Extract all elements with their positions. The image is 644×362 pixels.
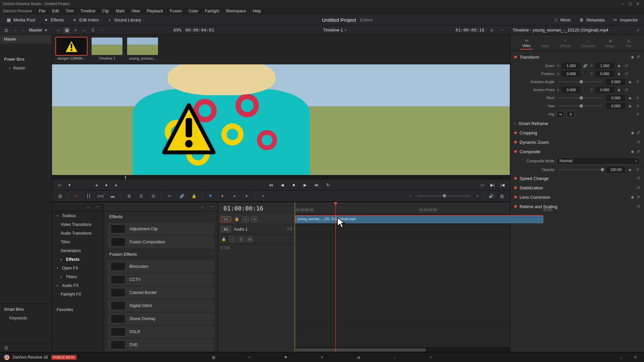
reset-icon[interactable]: ↺: [624, 63, 629, 68]
keyframe-icon[interactable]: ◆: [616, 71, 622, 76]
timeline-view-button[interactable]: ▤: [56, 192, 64, 200]
fxlist-options-button[interactable]: ⋯: [208, 204, 215, 210]
media-pool-toggle[interactable]: ▦Media Pool: [3, 16, 39, 24]
keyframe-icon[interactable]: ◆: [631, 149, 634, 154]
solo-button[interactable]: S: [238, 237, 244, 242]
smart-bin-keywords[interactable]: Keywords: [0, 314, 52, 322]
keyframe-icon[interactable]: ◆: [627, 79, 633, 84]
zoom-slider[interactable]: [417, 195, 471, 196]
keyframe-icon[interactable]: ◆: [627, 103, 633, 109]
keyframe-icon[interactable]: ◆: [631, 55, 634, 59]
pos-x-field[interactable]: [562, 71, 581, 77]
window-minimize-button[interactable]: ─: [619, 1, 627, 7]
inspector-tab-image[interactable]: ▦Image: [604, 36, 617, 49]
menu-workspace[interactable]: Workspace: [223, 9, 250, 13]
opacity-slider[interactable]: [558, 169, 602, 170]
marker-menu[interactable]: ▾: [243, 192, 251, 200]
yaw-slider[interactable]: [558, 106, 602, 106]
viewer-scrub-bar[interactable]: [52, 175, 510, 180]
reset-icon[interactable]: ↺: [635, 95, 640, 101]
trim-tool[interactable]: ⎮⎮: [85, 192, 93, 200]
link-icon[interactable]: 🔗: [583, 63, 588, 68]
menu-help[interactable]: Help: [249, 9, 264, 13]
replace-button[interactable]: ⊟: [149, 192, 157, 200]
clip-thumb[interactable]: danger-129486...: [56, 38, 87, 61]
reset-icon[interactable]: ↺: [624, 87, 629, 93]
menu-color[interactable]: Color: [185, 9, 202, 13]
smart-bins-header[interactable]: Smart Bins: [0, 304, 52, 314]
sound-library-toggle[interactable]: ♪Sound Library: [103, 16, 145, 24]
viewer-mode-button[interactable]: ▭: [56, 182, 63, 188]
timeline-hscroll[interactable]: [295, 347, 510, 352]
edit-index-toggle[interactable]: ≡Edit Index: [69, 16, 102, 24]
fx-group-fusion[interactable]: Fusion Effects⌃: [104, 249, 218, 259]
menu-fairlight[interactable]: Fairlight: [202, 9, 223, 13]
rotation-slider[interactable]: [558, 81, 602, 82]
media-options-button[interactable]: ⋯: [98, 27, 105, 33]
monitor-button[interactable]: ▥: [498, 192, 506, 200]
view-list-button[interactable]: ≡: [72, 27, 79, 33]
track-v1[interactable]: young_woman_-_101. 0 (Original).mp4: [295, 214, 510, 224]
flag-button[interactable]: ⚑: [206, 192, 214, 200]
reset-icon[interactable]: ↺: [635, 112, 640, 117]
section-dynamic-zoom[interactable]: Dynamic Zoom↺: [510, 137, 644, 147]
mixer-toggle[interactable]: ⎍Mixer: [550, 16, 575, 24]
page-edit[interactable]: ✶: [281, 354, 290, 361]
video-clip[interactable]: young_woman_-_101. 0 (Original).mp4: [295, 215, 543, 223]
flag-menu[interactable]: ▾: [218, 192, 226, 200]
reset-icon[interactable]: ↺: [637, 140, 640, 144]
timeline-tracks[interactable]: 01:00:00:00 01:00:02:00 01:00: young_wom…: [295, 202, 510, 352]
keyframe-icon[interactable]: ◆: [627, 95, 633, 101]
menu-file[interactable]: File: [36, 9, 49, 13]
zoom-x-field[interactable]: [562, 63, 581, 69]
insert-button[interactable]: ⊞: [125, 192, 133, 200]
reset-icon[interactable]: ↺: [624, 71, 629, 76]
section-cropping[interactable]: Cropping◆↺: [510, 128, 644, 137]
fx-group-effects[interactable]: Effects⌃: [104, 212, 218, 222]
reset-icon[interactable]: ↺: [637, 204, 640, 209]
keyframe-icon[interactable]: ◆: [616, 63, 622, 68]
track-badge-a1[interactable]: A1: [221, 226, 231, 232]
anchor-y-field[interactable]: [595, 87, 614, 93]
menu-edit[interactable]: Edit: [49, 9, 62, 13]
section-smart-reframe[interactable]: Smart Reframe: [510, 119, 644, 128]
page-media[interactable]: ▦: [209, 354, 218, 361]
inspector-tab-audio[interactable]: ♪Audio: [539, 36, 552, 49]
fx-toolbox[interactable]: ▾Toolbox: [52, 212, 104, 220]
inspector-tab-transition[interactable]: ▱Transition: [579, 36, 597, 49]
audio-button[interactable]: 🔊: [487, 192, 495, 200]
reset-icon[interactable]: ↺: [635, 103, 640, 109]
track-head-a1[interactable]: A1 Audio 1 2.0: [218, 224, 294, 234]
inspector-expand-button[interactable]: ⤢: [635, 27, 641, 33]
timeline-selector[interactable]: Timeline 1▾: [323, 27, 346, 33]
clip-thumb[interactable]: Timeline 1: [92, 38, 122, 61]
selection-tool[interactable]: ↖: [72, 192, 80, 200]
fx-video-transitions[interactable]: Video Transitions: [52, 220, 104, 229]
fx-filters[interactable]: ▸Filters: [52, 273, 104, 281]
flip-h-button[interactable]: ⇋: [556, 111, 565, 118]
fx-search-button[interactable]: ⌕: [85, 204, 92, 210]
track-a1[interactable]: [295, 224, 510, 234]
reset-icon[interactable]: ↺: [637, 149, 640, 154]
reset-icon[interactable]: ↺: [637, 130, 640, 135]
keyframe-icon[interactable]: ◆: [631, 130, 634, 135]
fx-fairlight[interactable]: Fairlight FX: [52, 290, 104, 299]
match-frame-fwd-button[interactable]: ▸: [113, 182, 120, 188]
fx-entry[interactable]: Binoculars: [107, 260, 214, 273]
effects-toggle[interactable]: ✦Effects: [40, 16, 67, 24]
keyframe-icon[interactable]: ◆: [616, 87, 622, 93]
lock-button[interactable]: 🔒: [190, 192, 198, 200]
track-badge-v1[interactable]: V1: [221, 216, 231, 222]
inspector-tab-video[interactable]: ▭Video: [520, 36, 533, 50]
dynamic-trim-tool[interactable]: (⇔): [97, 192, 105, 200]
timeline-ruler[interactable]: 01:00:00:00 01:00:02:00 01:00:: [295, 202, 510, 214]
fx-titles[interactable]: Titles: [52, 238, 104, 246]
fxlist-search-button[interactable]: ⌕: [199, 204, 206, 210]
viewer-zoom[interactable]: 69%: [173, 27, 181, 33]
zoom-in-button[interactable]: +: [473, 192, 481, 200]
reset-icon[interactable]: ↺: [635, 79, 640, 84]
fx-favorites[interactable]: Favorites: [52, 305, 104, 314]
menu-clip[interactable]: Clip: [99, 9, 112, 13]
reset-icon[interactable]: ↺: [637, 176, 640, 181]
prev-edit-button[interactable]: |◀: [499, 182, 506, 188]
